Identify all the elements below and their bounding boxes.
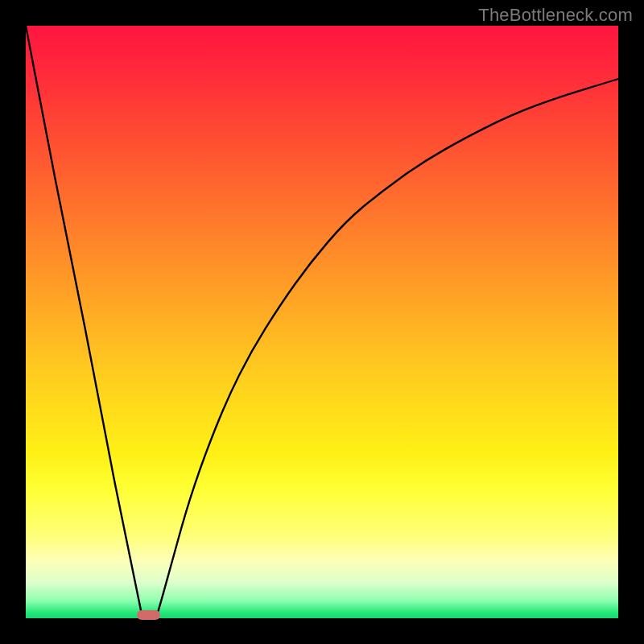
watermark-text: TheBottleneck.com (478, 5, 633, 26)
chart-frame: TheBottleneck.com (0, 0, 644, 644)
bottleneck-curve (26, 26, 618, 618)
plot-area (26, 26, 618, 618)
curve-layer (26, 26, 618, 618)
optimum-marker (137, 610, 160, 620)
